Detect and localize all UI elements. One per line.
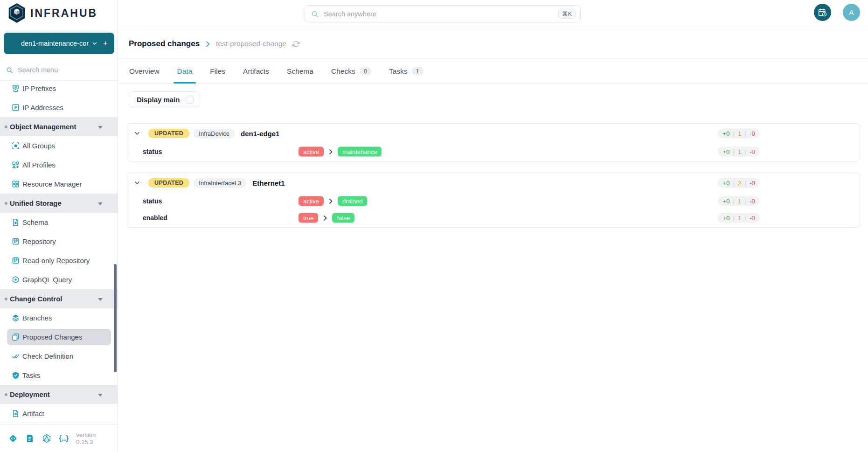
chevron-down-icon[interactable]	[132, 128, 142, 139]
chevron-right-icon	[329, 198, 333, 204]
diff-card-header[interactable]: UPDATEDInfraDeviceden1-edge1+0|1|-0	[127, 124, 860, 143]
sidebar-section-unified-storage[interactable]: Unified Storage	[0, 194, 118, 213]
breadcrumb-section[interactable]: Proposed changes	[129, 39, 200, 49]
tab-overview[interactable]: Overview	[120, 59, 168, 83]
diff-property-row[interactable]: statusactivemaintenance+0|1|-0	[127, 143, 860, 160]
sidebar-item-label: Resource Manager	[22, 180, 82, 188]
sidebar-item-all-groups[interactable]: All Groups	[0, 136, 118, 155]
sidebar-item-all-profiles[interactable]: All Profiles	[0, 155, 118, 174]
sidebar-section-object-management[interactable]: Object Management	[0, 117, 118, 136]
section-label: Object Management	[10, 123, 76, 131]
app-title: INFRAHUB	[30, 7, 97, 20]
sidebar-item-read-only-repository[interactable]: Read-only Repository	[0, 251, 118, 270]
old-value-badge: active	[299, 196, 324, 206]
tab-schema[interactable]: Schema	[278, 59, 322, 83]
graphql-sandbox-icon[interactable]	[42, 434, 51, 443]
sidebar-section-change-control[interactable]: Change Control	[0, 289, 118, 308]
branch-selector[interactable]: den1-maintenance-cor +	[4, 33, 114, 54]
resource-manager-icon	[12, 180, 20, 188]
sidebar-item-check-definition[interactable]: Check Definition	[0, 347, 118, 366]
repository-icon	[12, 237, 20, 245]
diff-property-row[interactable]: statusactivedrained+0|1|-0	[127, 193, 860, 209]
tab-checks[interactable]: Checks0	[322, 59, 380, 83]
sidebar-item-ip-addresses[interactable]: IPIP Addresses	[0, 98, 118, 117]
chevron-right-icon	[323, 215, 327, 221]
tab-label: Overview	[129, 67, 160, 76]
all-groups-icon	[12, 142, 20, 150]
section-collapse-icon[interactable]	[98, 298, 103, 301]
sidebar-item-label: Read-only Repository	[22, 257, 90, 264]
sidebar: INFRAHUB den1-maintenance-cor + IPIP Pre…	[0, 0, 118, 452]
graphql-query-icon	[12, 276, 20, 284]
sidebar-item-label: Schema	[22, 218, 48, 226]
tab-label: Checks	[331, 67, 355, 76]
sidebar-item-label: All Groups	[22, 142, 55, 150]
tab-artifacts[interactable]: Artifacts	[234, 59, 278, 83]
documentation-icon[interactable]	[25, 434, 35, 443]
refresh-icon[interactable]	[292, 41, 299, 48]
sidebar-item-branches[interactable]: Branches	[0, 308, 118, 327]
schedule-button[interactable]	[814, 4, 831, 21]
tab-label: Schema	[287, 67, 313, 76]
app-logo[interactable]: INFRAHUB	[7, 3, 97, 23]
diff-property-row[interactable]: enabledtruefalse+0|1|-0	[127, 209, 860, 226]
diff-card-list: UPDATEDInfraDeviceden1-edge1+0|1|-0statu…	[127, 123, 860, 239]
chevron-down-icon	[92, 42, 97, 45]
sidebar-scrollbar[interactable]	[114, 264, 117, 372]
old-value-badge: true	[299, 213, 318, 223]
diff-card-ethernet1: UPDATEDInfraInterfaceL3Ethernet1+0|2|-0s…	[127, 173, 860, 228]
avatar[interactable]: A	[843, 4, 860, 21]
section-bullet-icon	[5, 298, 7, 300]
action-badge: UPDATED	[148, 129, 189, 138]
global-search-input[interactable]	[323, 10, 554, 18]
display-main-checkbox[interactable]	[186, 96, 194, 104]
section-collapse-icon[interactable]	[98, 126, 103, 129]
proposed-changes-icon	[12, 333, 20, 341]
sidebar-item-ip-prefixes[interactable]: IPIP Prefixes	[0, 79, 118, 98]
tab-files[interactable]: Files	[201, 59, 234, 83]
breadcrumb: Proposed changes test-proposed-change	[118, 29, 868, 59]
all-profiles-icon	[12, 161, 20, 169]
kind-badge: InfraInterfaceL3	[194, 178, 246, 188]
new-value-badge: false	[332, 213, 354, 223]
sidebar-item-label: Repository	[22, 237, 56, 245]
artifact-icon	[12, 410, 20, 417]
search-icon	[311, 10, 319, 18]
section-collapse-icon[interactable]	[98, 202, 103, 205]
chevron-right-icon	[206, 41, 210, 47]
sidebar-search	[0, 60, 118, 81]
schema-icon	[12, 218, 20, 226]
sidebar-item-tasks[interactable]: Tasks	[0, 366, 118, 385]
sidebar-item-label: IP Prefixes	[22, 84, 56, 92]
kind-badge: InfraDevice	[194, 129, 235, 139]
git-sync-icon[interactable]	[8, 434, 18, 443]
branches-icon	[12, 314, 20, 322]
object-name: den1-edge1	[241, 130, 279, 138]
property-name: status	[143, 148, 162, 155]
display-main-toggle[interactable]: Display main	[129, 91, 200, 107]
sidebar-menu: IPIP PrefixesIPIP AddressesObject Manage…	[0, 79, 118, 424]
section-collapse-icon[interactable]	[98, 394, 103, 396]
tab-bar: OverviewDataFilesArtifactsSchemaChecks0T…	[118, 59, 868, 84]
swagger-api-icon[interactable]: {..}	[59, 434, 69, 443]
sidebar-item-repository[interactable]: Repository	[0, 232, 118, 251]
sidebar-search-input[interactable]	[17, 66, 98, 74]
add-branch-button[interactable]: +	[103, 33, 108, 54]
change-counts: +0|1|-0	[718, 196, 760, 206]
change-counts: +0|1|-0	[718, 129, 760, 139]
sidebar-section-deployment[interactable]: Deployment	[0, 385, 118, 404]
action-badge: UPDATED	[148, 178, 189, 188]
sidebar-item-graphql-query[interactable]: GraphQL Query	[0, 270, 118, 289]
diff-card-header[interactable]: UPDATEDInfraInterfaceL3Ethernet1+0|2|-0	[127, 173, 860, 193]
tab-label: Tasks	[389, 67, 408, 76]
chevron-down-icon[interactable]	[132, 178, 142, 188]
property-name: status	[143, 197, 162, 205]
sidebar-item-schema[interactable]: Schema	[0, 213, 118, 232]
sidebar-item-proposed-changes[interactable]: Proposed Changes	[0, 327, 118, 347]
tab-tasks[interactable]: Tasks1	[380, 59, 432, 83]
sidebar-item-label: Proposed Changes	[22, 333, 82, 341]
sidebar-item-label: Branches	[22, 314, 52, 322]
tab-data[interactable]: Data	[168, 59, 201, 83]
sidebar-item-resource-manager[interactable]: Resource Manager	[0, 174, 118, 194]
sidebar-item-artifact[interactable]: Artifact	[0, 404, 118, 423]
